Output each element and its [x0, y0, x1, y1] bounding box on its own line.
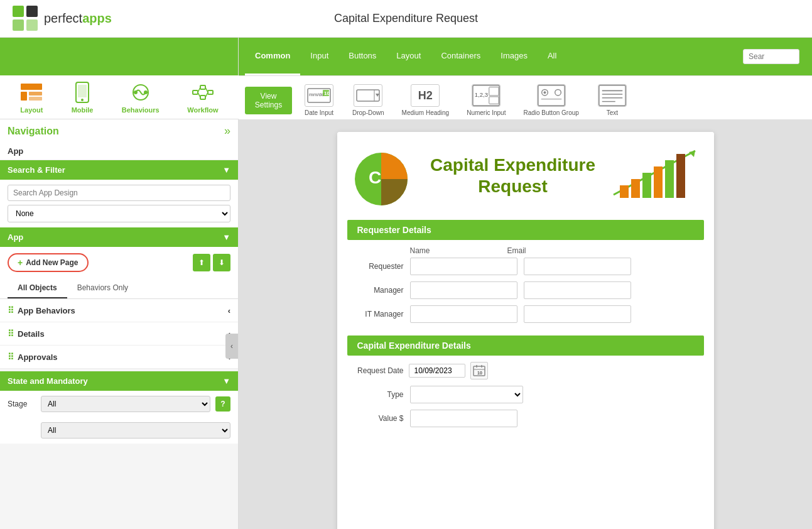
tab-buttons[interactable]: Buttons	[338, 38, 386, 75]
svg-rect-16	[200, 95, 205, 99]
filter-select-2[interactable]: All	[41, 422, 230, 439]
dropdown-label: Drop-Down	[352, 109, 384, 116]
type-select[interactable]	[410, 386, 523, 403]
tab-all-objects[interactable]: All Objects	[8, 278, 67, 298]
requester-name-input[interactable]	[410, 258, 517, 275]
medium-heading-icon: H2	[411, 84, 440, 107]
sidebar-icon-workflow[interactable]: Workflow	[178, 78, 227, 117]
object-tabs-row: All Objects Behaviors Only	[0, 278, 238, 299]
svg-rect-46	[620, 185, 629, 198]
manager-name-input[interactable]	[410, 281, 517, 299]
move-up-button[interactable]: ⬆	[193, 254, 210, 271]
add-new-page-button[interactable]: + Add New Page	[8, 253, 89, 272]
svg-point-36	[555, 89, 561, 95]
mobile-label: Mobile	[72, 106, 94, 114]
tab-all[interactable]: All	[538, 38, 566, 75]
tab-common[interactable]: Common	[245, 38, 300, 75]
details-header[interactable]: ⠿Details ‹	[0, 322, 238, 346]
sidebar-icon-behaviours[interactable]: Behaviours	[112, 78, 169, 117]
calendar-icon[interactable]: 10	[470, 362, 488, 379]
component-numeric-input[interactable]: 1,2,3 Numeric Input	[460, 81, 512, 119]
nav-arrow-right[interactable]: »	[224, 124, 230, 138]
value-input[interactable]	[410, 410, 517, 427]
stage-select[interactable]: All	[41, 396, 210, 412]
search-filter-label: Search & Filter	[8, 165, 65, 175]
stage-row: Stage All ?	[0, 391, 238, 417]
form-chart-svg	[607, 145, 701, 207]
nav-arrows: »	[224, 124, 230, 138]
stage-label: Stage	[8, 400, 36, 408]
svg-point-13	[144, 90, 148, 94]
app-behaviors-header[interactable]: ⠿App Behaviors ‹	[0, 299, 238, 322]
request-date-value: 10/09/2023	[409, 364, 465, 378]
filter-none-select[interactable]: None All Active	[8, 205, 230, 222]
drag-icon-details: ⠿	[8, 329, 14, 339]
details-label: Details	[18, 329, 45, 339]
app-behaviors-chevron: ‹	[228, 306, 230, 315]
component-date-input[interactable]: mm/dd 10 Date Input	[297, 81, 341, 119]
search-filter-header[interactable]: Search & Filter ▼	[0, 160, 238, 180]
help-button[interactable]: ?	[215, 396, 230, 412]
add-page-label: Add New Page	[26, 258, 78, 267]
behaviours-icon	[129, 81, 152, 104]
tab-behaviors-only[interactable]: Behaviors Only	[67, 278, 138, 298]
toolbar-search-input[interactable]	[743, 49, 799, 64]
svg-text:10: 10	[477, 371, 482, 375]
sidebar-collapse-button[interactable]: ‹	[225, 334, 238, 359]
component-dropdown[interactable]: Drop-Down	[346, 81, 391, 119]
tab-containers[interactable]: Containers	[431, 38, 490, 75]
capital-form-body: Request Date 10/09/2023 10 Typ	[337, 356, 714, 440]
form-body: Name Email Requester Manager IT	[337, 240, 714, 335]
view-settings-button[interactable]: ViewSettings	[245, 87, 292, 114]
manager-row: Manager	[347, 281, 704, 299]
svg-line-18	[198, 87, 200, 92]
mobile-icon	[71, 81, 94, 104]
svg-rect-33	[538, 85, 565, 106]
move-down-button[interactable]: ⬇	[213, 254, 230, 271]
add-page-area: + Add New Page ⬆ ⬇	[0, 247, 238, 278]
manager-email-input[interactable]	[524, 281, 631, 299]
svg-rect-0	[13, 6, 24, 17]
page-title: Capital Expenditure Request	[334, 12, 478, 25]
svg-rect-31	[489, 87, 499, 95]
tab-layout[interactable]: Layout	[386, 38, 431, 75]
type-label: Type	[347, 390, 404, 399]
search-filter-chevron: ▼	[222, 165, 230, 175]
component-medium-heading[interactable]: H2 Medium Heading	[396, 81, 456, 119]
email-col-header: Email	[507, 246, 598, 255]
it-manager-email-input[interactable]	[524, 305, 631, 323]
radio-button-label: Radio Button Group	[523, 109, 578, 116]
search-app-design-input[interactable]	[8, 185, 230, 201]
main-layout: Navigation » App Search & Filter ▼ None …	[0, 119, 812, 529]
requester-email-input[interactable]	[524, 258, 631, 275]
svg-marker-28	[376, 94, 379, 97]
tab-input[interactable]: Input	[300, 38, 338, 75]
sidebar-icon-mobile[interactable]: Mobile	[62, 78, 103, 117]
svg-line-20	[205, 87, 208, 92]
left-sidebar: Navigation » App Search & Filter ▼ None …	[0, 119, 239, 529]
approvals-label: Approvals	[18, 352, 58, 362]
workflow-label: Workflow	[187, 106, 218, 114]
svg-rect-5	[21, 92, 27, 101]
app-section-header[interactable]: App ▼	[0, 227, 238, 247]
svg-rect-26	[357, 90, 379, 101]
requester-details-title: Requester Details	[347, 220, 704, 240]
component-text[interactable]: Text	[590, 81, 634, 119]
svg-rect-48	[642, 173, 651, 198]
state-mandatory-header[interactable]: State and Mandatory ▼	[0, 371, 238, 391]
dropdown-icon	[354, 84, 382, 107]
svg-line-21	[205, 92, 208, 97]
request-date-row: Request Date 10/09/2023 10	[347, 362, 704, 379]
logo: perfectapps	[13, 6, 112, 32]
sidebar-icon-layout[interactable]: Layout	[11, 78, 52, 117]
approvals-header[interactable]: ⠿Approvals ‹	[0, 346, 238, 369]
tab-images[interactable]: Images	[490, 38, 538, 75]
name-email-headers: Name Email	[410, 246, 704, 255]
svg-rect-7	[29, 97, 42, 101]
it-manager-name-input[interactable]	[410, 305, 517, 323]
state-mandatory-label: State and Mandatory	[8, 376, 88, 386]
svg-text:10: 10	[324, 90, 330, 96]
component-radio-button[interactable]: Radio Button Group	[517, 81, 585, 119]
manager-label: Manager	[347, 286, 404, 295]
state-mandatory-chevron: ▼	[222, 376, 230, 386]
